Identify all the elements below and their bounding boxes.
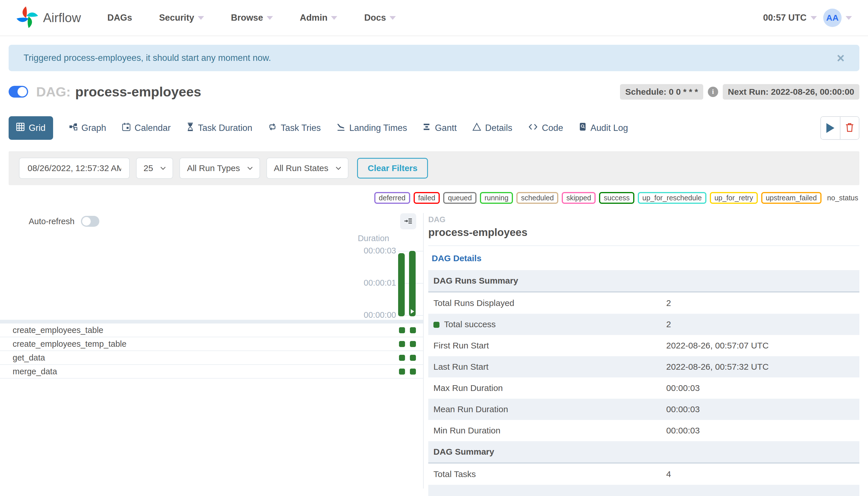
- task-instance-success[interactable]: [399, 341, 405, 347]
- menu-dags[interactable]: DAGs: [107, 13, 132, 23]
- row-label: Min Run Duration: [428, 420, 661, 441]
- section-header: DAG Summary: [428, 441, 859, 463]
- num-runs-select[interactable]: 25: [136, 158, 173, 179]
- section-header: DAG Runs Summary: [428, 270, 859, 292]
- legend-queued[interactable]: queued: [443, 192, 476, 204]
- task-instance-success[interactable]: [410, 341, 416, 347]
- dag-pause-toggle[interactable]: [9, 86, 28, 97]
- graph-icon: [69, 123, 78, 134]
- delete-dag-button[interactable]: [840, 117, 859, 139]
- main-menu: DAGs Security Browse Admin Docs: [107, 13, 396, 23]
- tab-code[interactable]: Code: [528, 123, 563, 134]
- info-icon[interactable]: i: [708, 87, 718, 97]
- legend-running[interactable]: running: [480, 192, 513, 204]
- auto-refresh-toggle[interactable]: [81, 216, 99, 227]
- row-label: Total Tasks: [428, 463, 661, 485]
- chevron-down-icon: [160, 167, 166, 170]
- chevron-down-icon: [389, 16, 396, 20]
- grid-controls: Auto-refresh: [0, 213, 423, 230]
- task-name[interactable]: create_employees_temp_table: [0, 339, 127, 349]
- tab-task-duration[interactable]: Task Duration: [187, 123, 252, 134]
- task-instance-success[interactable]: [410, 369, 416, 375]
- tab-details[interactable]: Details: [472, 123, 512, 134]
- dag-run-bar-manual[interactable]: [409, 251, 416, 316]
- task-instance-success[interactable]: [399, 327, 405, 333]
- legend-up-for-retry[interactable]: up_for_retry: [710, 192, 758, 204]
- run-types-select[interactable]: All Run Types: [180, 158, 260, 179]
- next-run-badge: Next Run: 2022-08-26, 00:00:00: [723, 84, 859, 99]
- row-label: Max Run Duration: [428, 377, 661, 399]
- clear-filters-button[interactable]: Clear Filters: [357, 158, 428, 179]
- task-name[interactable]: create_employees_table: [0, 326, 103, 335]
- task-instance-success[interactable]: [399, 369, 405, 375]
- tab-task-tries[interactable]: Task Tries: [268, 123, 321, 134]
- dag-run-bar-scheduled[interactable]: [398, 253, 405, 316]
- navbar: Airflow DAGs Security Browse Admin Docs …: [0, 0, 868, 36]
- tab-audit-log[interactable]: Audit Log: [579, 123, 628, 134]
- trigger-dag-button[interactable]: [821, 117, 840, 139]
- axis-tick: 00:00:03: [339, 246, 396, 255]
- dag-details-link[interactable]: DAG Details: [432, 253, 481, 263]
- airflow-grid-page: Airflow DAGs Security Browse Admin Docs …: [0, 0, 868, 496]
- task-name[interactable]: get_data: [0, 353, 45, 362]
- play-icon: [826, 123, 834, 133]
- menu-browse[interactable]: Browse: [231, 13, 273, 23]
- task-instance-success[interactable]: [410, 327, 416, 333]
- tab-grid[interactable]: Grid: [9, 116, 53, 140]
- task-instance-success[interactable]: [410, 355, 416, 361]
- chevron-down-icon: [267, 16, 273, 20]
- task-name[interactable]: merge_data: [0, 367, 57, 376]
- grid-pane: Auto-refresh Duration: [0, 213, 423, 489]
- dag-actions: [820, 116, 859, 140]
- chevron-down-icon: [846, 16, 852, 20]
- task-row: merge_data: [0, 365, 423, 378]
- table-row: Mean Run Duration 00:00:03: [428, 399, 859, 420]
- close-icon[interactable]: ×: [837, 51, 844, 65]
- task-row: get_data: [0, 351, 423, 365]
- legend-deferred[interactable]: deferred: [374, 192, 410, 204]
- menu-admin[interactable]: Admin: [300, 13, 337, 23]
- base-date-input[interactable]: [19, 158, 130, 179]
- tab-calendar[interactable]: Calendar: [122, 123, 171, 134]
- divider: [428, 245, 859, 246]
- legend-success[interactable]: success: [599, 192, 634, 204]
- chevron-down-icon: [247, 167, 252, 170]
- calendar-icon: [122, 123, 130, 134]
- toggle-details-panel-button[interactable]: [400, 213, 416, 229]
- row-value: 2022-08-26, 00:57:32 UTC: [661, 356, 859, 377]
- auto-refresh-label: Auto-refresh: [29, 217, 75, 226]
- legend-skipped[interactable]: skipped: [562, 192, 595, 204]
- duration-axis-title: Duration: [358, 234, 389, 243]
- row-value: 4: [661, 463, 859, 485]
- status-legend: deferred failed queued running scheduled…: [10, 192, 858, 204]
- tab-gantt[interactable]: Gantt: [423, 123, 457, 134]
- grid-icon: [16, 123, 25, 134]
- trigger-alert-banner: Triggered process-employees, it should s…: [9, 45, 859, 71]
- table-row: Total Runs Displayed 2: [428, 292, 859, 314]
- legend-failed[interactable]: failed: [414, 192, 440, 204]
- legend-scheduled[interactable]: scheduled: [516, 192, 558, 204]
- task-instance-success[interactable]: [399, 355, 405, 361]
- legend-upstream-failed[interactable]: upstream_failed: [761, 192, 822, 204]
- menu-docs[interactable]: Docs: [364, 13, 396, 23]
- run-states-select[interactable]: All Run States: [266, 158, 348, 179]
- details-delta-icon: [472, 123, 481, 134]
- legend-up-for-reschedule[interactable]: up_for_reschedule: [638, 192, 707, 204]
- toggle-knob: [17, 87, 27, 96]
- row-value: 2022-08-26, 00:57:07 UTC: [661, 335, 859, 356]
- row-label: Last Run Start: [428, 356, 661, 377]
- table-row: Max Run Duration 00:00:03: [428, 377, 859, 399]
- dag-details-table: DAG Runs Summary Total Runs Displayed 2 …: [428, 270, 859, 485]
- user-menu[interactable]: AA: [823, 9, 852, 27]
- toggle-knob: [82, 217, 91, 226]
- collapse-panel-icon: [404, 217, 413, 226]
- next-row-sliver: [428, 485, 859, 496]
- task-row: create_employees_temp_table: [0, 337, 423, 351]
- menu-security[interactable]: Security: [159, 13, 204, 23]
- airflow-logo[interactable]: Airflow: [16, 5, 81, 30]
- tab-graph[interactable]: Graph: [69, 123, 106, 134]
- grid-header-strip: [0, 320, 423, 324]
- tab-landing-times[interactable]: Landing Times: [337, 123, 407, 134]
- row-label: Total success: [428, 314, 661, 335]
- timezone-selector[interactable]: 00:57 UTC: [763, 13, 817, 23]
